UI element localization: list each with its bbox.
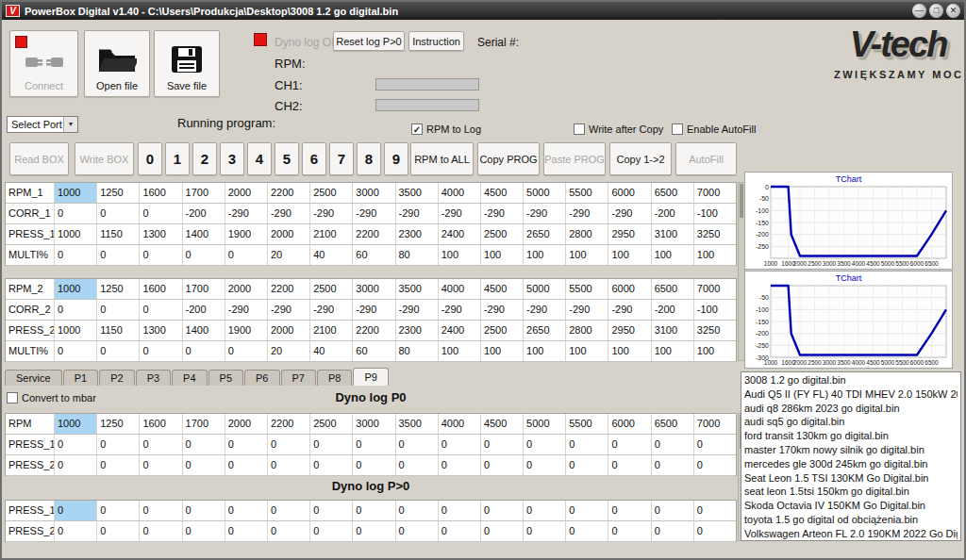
cell-press-2-15[interactable]: 0 bbox=[694, 521, 736, 541]
digit-7-button[interactable]: 7 bbox=[329, 142, 354, 175]
cell-press-1-5[interactable]: 2000 bbox=[268, 224, 310, 244]
cell-multi--14[interactable]: 100 bbox=[652, 245, 694, 265]
cell-corr-1-1[interactable]: 0 bbox=[97, 204, 140, 223]
cell-press-2-2[interactable]: 0 bbox=[140, 521, 182, 541]
cell-multi--1[interactable]: 0 bbox=[97, 245, 140, 265]
cell-corr-2-11[interactable]: -290 bbox=[524, 300, 566, 320]
cell-press-2-9[interactable]: 2400 bbox=[439, 321, 481, 340]
cell-rpm-2-4[interactable]: 2000 bbox=[225, 279, 268, 299]
cell-corr-2-14[interactable]: -200 bbox=[652, 300, 694, 320]
cell-rpm-1-4[interactable]: 2000 bbox=[225, 183, 268, 203]
cell-press-1-2[interactable]: 1300 bbox=[140, 224, 182, 244]
cell-multi--7[interactable]: 60 bbox=[353, 245, 395, 265]
cell-multi--15[interactable]: 100 bbox=[694, 245, 736, 265]
cell-corr-2-7[interactable]: -290 bbox=[353, 300, 395, 320]
file-list-item[interactable]: mercedes gle 300d 245km go digital.bin bbox=[744, 457, 958, 471]
cell-press-1-7[interactable]: 0 bbox=[353, 501, 395, 520]
cell-rpm-2-0[interactable]: 1000 bbox=[55, 279, 97, 299]
cell-press-1-10[interactable]: 0 bbox=[481, 501, 524, 520]
digit-9-button[interactable]: 9 bbox=[384, 142, 408, 175]
cell-rpm-2-15[interactable]: 7000 bbox=[694, 279, 736, 299]
cell-press-2-14[interactable]: 0 bbox=[652, 521, 694, 541]
minimize-button[interactable]: — bbox=[912, 4, 926, 18]
cell-corr-1-14[interactable]: -200 bbox=[652, 204, 694, 223]
cell-rpm-2-1[interactable]: 1250 bbox=[97, 279, 140, 299]
cell-press-1-15[interactable]: 0 bbox=[694, 435, 736, 454]
cell-corr-2-8[interactable]: -290 bbox=[396, 300, 439, 320]
cell-press-1-8[interactable]: 2300 bbox=[396, 224, 439, 244]
cell-press-1-4[interactable]: 0 bbox=[225, 501, 268, 520]
file-list-item[interactable]: audi sq5 go digital.bin bbox=[744, 415, 958, 429]
cell-press-2-7[interactable]: 2200 bbox=[353, 321, 395, 340]
cell-multi--2[interactable]: 0 bbox=[140, 245, 182, 265]
cell-corr-2-0[interactable]: 0 bbox=[55, 300, 97, 320]
cell-press-1-14[interactable]: 0 bbox=[652, 501, 694, 520]
file-list-item[interactable]: Seat Leon 1.5 TSI 130KM Go Digital.bin bbox=[744, 471, 958, 486]
cell-multi--14[interactable]: 100 bbox=[652, 341, 694, 361]
cell-press-2-12[interactable]: 0 bbox=[566, 521, 608, 541]
cell-press-1-14[interactable]: 0 bbox=[652, 435, 694, 454]
cell-press-1-0[interactable]: 0 bbox=[55, 501, 97, 520]
tab-p9[interactable]: P9 bbox=[353, 368, 388, 386]
write-after-copy-checkbox[interactable]: Write after Copy bbox=[574, 124, 663, 135]
scrollbar-thumb[interactable] bbox=[740, 184, 743, 218]
cell-press-2-8[interactable]: 0 bbox=[396, 455, 439, 475]
cell-press-2-13[interactable]: 0 bbox=[608, 521, 651, 541]
cell-press-2-14[interactable]: 3100 bbox=[652, 321, 694, 340]
reset-log-button[interactable]: Reset log P>0 bbox=[333, 31, 405, 51]
cell-rpm-1-11[interactable]: 5000 bbox=[524, 183, 566, 203]
cell-corr-2-12[interactable]: -290 bbox=[566, 300, 608, 320]
tab-p4[interactable]: P4 bbox=[172, 370, 207, 386]
cell-press-1-6[interactable]: 0 bbox=[310, 435, 353, 454]
tab-p5[interactable]: P5 bbox=[208, 370, 243, 386]
file-list-item[interactable]: seat leon 1.5tsi 150km go digital.bin bbox=[744, 485, 958, 499]
paste-prog-button[interactable]: Paste PROG bbox=[543, 142, 606, 175]
cell-press-2-8[interactable]: 2300 bbox=[396, 321, 439, 340]
cell-press-1-9[interactable]: 0 bbox=[439, 435, 481, 454]
cell-rpm-1-0[interactable]: 1000 bbox=[55, 183, 97, 203]
cell-corr-1-13[interactable]: -290 bbox=[608, 204, 651, 223]
cell-press-2-7[interactable]: 0 bbox=[353, 455, 395, 475]
copy-1-to-2-button[interactable]: Copy 1->2 bbox=[609, 142, 672, 175]
cell-press-1-13[interactable]: 0 bbox=[608, 501, 651, 520]
file-list-item[interactable]: 3008 1.2 go digital.bin bbox=[744, 373, 958, 387]
cell-press-2-3[interactable]: 1400 bbox=[183, 321, 225, 340]
tab-p2[interactable]: P2 bbox=[99, 370, 134, 386]
cell-corr-1-6[interactable]: -290 bbox=[310, 204, 353, 223]
cell-press-2-5[interactable]: 2000 bbox=[268, 321, 310, 340]
cell-press-1-10[interactable]: 2500 bbox=[481, 224, 524, 244]
digit-1-button[interactable]: 1 bbox=[165, 142, 190, 175]
cell-press-2-1[interactable]: 0 bbox=[97, 521, 140, 541]
cell-multi--6[interactable]: 40 bbox=[310, 245, 353, 265]
cell-press-1-7[interactable]: 2200 bbox=[353, 224, 395, 244]
digit-0-button[interactable]: 0 bbox=[138, 142, 162, 175]
cell-multi--3[interactable]: 0 bbox=[183, 245, 225, 265]
cell-multi--9[interactable]: 100 bbox=[439, 245, 481, 265]
cell-rpm-4[interactable]: 2000 bbox=[225, 414, 268, 434]
close-button[interactable]: ✕ bbox=[946, 4, 960, 18]
tab-p8[interactable]: P8 bbox=[317, 370, 352, 386]
cell-press-2-10[interactable]: 0 bbox=[481, 521, 524, 541]
cell-rpm-1-8[interactable]: 3500 bbox=[396, 183, 439, 203]
cell-multi--12[interactable]: 100 bbox=[566, 341, 608, 361]
file-list-item[interactable]: Audi Q5 II (FY FL) 40 TDI MHEV 2.0 150kW… bbox=[744, 387, 958, 402]
cell-corr-2-5[interactable]: -290 bbox=[268, 300, 310, 320]
cell-rpm-2-11[interactable]: 5000 bbox=[524, 279, 566, 299]
cell-press-1-12[interactable]: 0 bbox=[566, 501, 608, 520]
cell-multi--11[interactable]: 100 bbox=[524, 245, 566, 265]
cell-press-1-8[interactable]: 0 bbox=[396, 501, 439, 520]
cell-rpm-1-12[interactable]: 5500 bbox=[566, 183, 608, 203]
cell-multi--0[interactable]: 0 bbox=[55, 341, 97, 361]
cell-press-1-1[interactable]: 0 bbox=[97, 435, 140, 454]
cell-press-1-13[interactable]: 2950 bbox=[608, 224, 651, 244]
autofill-button[interactable]: AutoFill bbox=[675, 142, 737, 175]
cell-press-2-0[interactable]: 0 bbox=[55, 521, 97, 541]
cell-corr-1-15[interactable]: -100 bbox=[694, 204, 736, 223]
cell-press-1-4[interactable]: 0 bbox=[225, 435, 268, 454]
cell-press-2-8[interactable]: 0 bbox=[396, 521, 439, 541]
cell-corr-1-7[interactable]: -290 bbox=[353, 204, 395, 223]
instruction-button[interactable]: Instruction bbox=[408, 31, 464, 51]
cell-rpm-0[interactable]: 1000 bbox=[55, 414, 97, 434]
cell-corr-1-2[interactable]: 0 bbox=[140, 204, 182, 223]
cell-press-2-10[interactable]: 2500 bbox=[481, 321, 524, 340]
